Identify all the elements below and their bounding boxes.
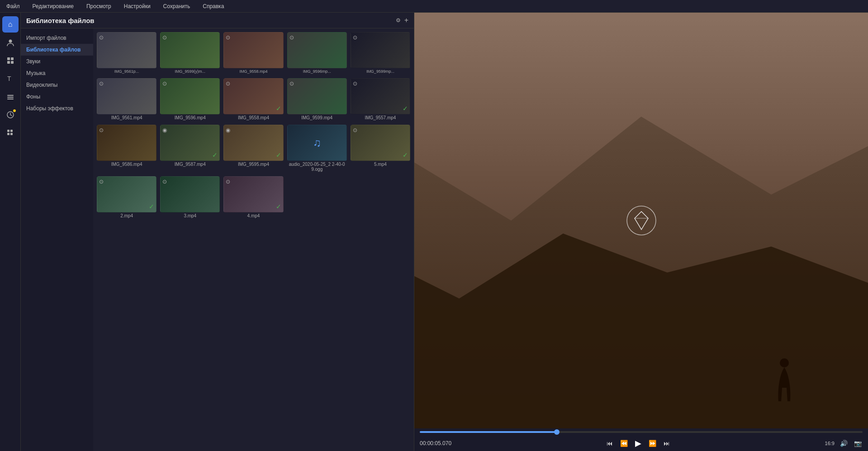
list-item[interactable]: ◉ ✓ IMG_9595.mp4 xyxy=(223,125,283,173)
step-back-btn[interactable]: ⏪ xyxy=(619,439,629,448)
skip-to-start-btn[interactable]: ⏮ xyxy=(606,439,614,448)
sidebar-grid-btn[interactable] xyxy=(2,52,19,69)
video-background xyxy=(414,13,868,428)
file-name: audio_2020-05-25_2 2-40-09.ogg xyxy=(287,161,347,173)
svg-rect-13 xyxy=(10,133,13,135)
volume-btn[interactable]: 🔊 xyxy=(839,439,849,448)
preview-video xyxy=(414,13,868,428)
list-item[interactable]: ♫ audio_2020-05-25_2 2-40-09.ogg xyxy=(287,125,347,173)
menu-file[interactable]: Файл xyxy=(4,2,23,10)
list-item[interactable]: ⊙ IMG_9599(y)m... xyxy=(160,32,220,75)
nav-sounds[interactable]: Звуки xyxy=(21,56,93,67)
file-grid-area: Импорт файлов Библиотека файлов Звуки Му… xyxy=(21,28,414,451)
list-item[interactable]: ⊙ IMG_9561p... xyxy=(97,32,157,75)
menu-edit[interactable]: Редактирование xyxy=(30,2,76,10)
screenshot-btn[interactable]: 📷 xyxy=(853,439,863,448)
file-name: IMG_9595.mp4 xyxy=(223,161,283,168)
list-item[interactable]: ⊙ IMG_9561.mp4 xyxy=(97,78,157,121)
check-icon: ✓ xyxy=(212,151,218,159)
nav-videoclips[interactable]: Видеоклипы xyxy=(21,79,93,91)
list-item[interactable]: ⊙ ✓ IMG_9557.mp4 xyxy=(351,78,410,121)
list-item[interactable]: ⊙ IMG_9596.mp4 xyxy=(160,78,220,121)
check-icon: ✓ xyxy=(403,105,408,112)
step-forward-btn[interactable]: ⏩ xyxy=(648,439,657,448)
svg-rect-3 xyxy=(7,61,10,64)
play-circle-icon: ⊙ xyxy=(162,179,167,185)
menu-save[interactable]: Сохранить xyxy=(161,2,193,10)
file-grid: ⊙ IMG_9561p... ⊙ IMG_9599(y)m... ⊙ IMG_9… xyxy=(93,28,414,451)
play-pause-btn[interactable]: ▶ xyxy=(634,437,642,449)
file-name: IMG_9596mp... xyxy=(287,68,347,75)
add-file-btn[interactable]: + xyxy=(404,16,408,24)
nav-backgrounds[interactable]: Фоны xyxy=(21,91,93,103)
list-item[interactable]: ⊙ ✓ 5.mp4 xyxy=(351,125,410,173)
check-icon: ✓ xyxy=(149,203,154,210)
list-item[interactable]: ⊙ IMG_9596mp... xyxy=(287,32,347,75)
menu-settings[interactable]: Настройки xyxy=(121,2,153,10)
file-panel: Библиотека файлов ⚙ + Импорт файлов Библ… xyxy=(21,13,414,451)
list-item[interactable]: ⊙ IMG_9599.mp4 xyxy=(287,78,347,121)
svg-rect-7 xyxy=(7,97,14,98)
play-circle-icon: ⊙ xyxy=(99,34,104,41)
svg-rect-4 xyxy=(11,61,14,64)
file-name: IMG_9596.mp4 xyxy=(160,114,220,121)
progress-fill xyxy=(420,431,557,433)
play-circle-icon: ⊙ xyxy=(226,179,230,185)
svg-rect-2 xyxy=(11,57,14,60)
sidebar-text-btn[interactable]: T xyxy=(2,70,19,87)
list-item[interactable]: ◉ ✓ IMG_9587.mp4 xyxy=(160,125,220,173)
list-item[interactable]: ⊙ ✓ IMG_9558.mp4 xyxy=(223,78,283,121)
file-panel-actions: ⚙ + xyxy=(396,16,408,24)
svg-marker-16 xyxy=(635,211,648,230)
file-name: 5.mp4 xyxy=(351,161,410,168)
list-item[interactable]: ⊙ IMG_9599mp... xyxy=(351,32,410,75)
list-item[interactable]: ⊙ IMG_9586.mp4 xyxy=(97,125,157,173)
menu-help[interactable]: Справка xyxy=(200,2,227,10)
list-item[interactable]: ⊙ ✓ 4.mp4 xyxy=(223,176,283,219)
sidebar-layers-btn[interactable] xyxy=(2,89,19,105)
list-item[interactable]: ⊙ 3.mp4 xyxy=(160,176,220,219)
preview-controls xyxy=(414,428,868,436)
play-circle-icon: ⊙ xyxy=(99,80,104,87)
filter-icon[interactable]: ⚙ xyxy=(396,17,401,23)
nav-effect-packs[interactable]: Наборы эффектов xyxy=(21,103,93,114)
nav-music[interactable]: Музыка xyxy=(21,67,93,79)
list-item[interactable]: ⊙ IMG_9558.mp4 xyxy=(223,32,283,75)
svg-rect-12 xyxy=(7,133,9,135)
check-icon: ✓ xyxy=(276,105,281,112)
nav-library[interactable]: Библиотека файлов xyxy=(21,44,93,56)
nav-import[interactable]: Импорт файлов xyxy=(21,32,93,44)
svg-point-15 xyxy=(627,206,656,235)
list-item[interactable]: ⊙ ✓ 2.mp4 xyxy=(97,176,157,219)
sidebar-person-btn[interactable] xyxy=(2,34,19,51)
aspect-ratio-btn[interactable]: 16:9 xyxy=(825,441,835,446)
check-icon: ✓ xyxy=(403,151,408,159)
file-name: IMG_9561.mp4 xyxy=(97,114,157,121)
file-name: IMG_9557.mp4 xyxy=(351,114,410,121)
play-circle-icon: ◉ xyxy=(162,127,167,133)
file-name: 2.mp4 xyxy=(97,212,157,219)
play-circle-icon: ⊙ xyxy=(162,80,167,87)
play-circle-icon: ⊙ xyxy=(289,34,294,41)
check-icon: ✓ xyxy=(276,151,281,159)
sidebar-home-btn[interactable]: ⌂ xyxy=(2,16,19,33)
sidebar-apps-btn[interactable] xyxy=(2,125,19,141)
svg-rect-6 xyxy=(7,95,14,96)
file-name: IMG_9558.mp4 xyxy=(223,114,283,121)
svg-point-0 xyxy=(9,40,12,43)
skip-to-end-btn[interactable]: ⏭ xyxy=(663,439,671,448)
play-circle-icon: ⊙ xyxy=(162,34,167,41)
playback-controls: 00:00:05.070 ⏮ ⏪ ▶ ⏩ ⏭ 16:9 🔊 📷 xyxy=(414,436,868,451)
file-name: IMG_9558.mp4 xyxy=(223,68,283,75)
left-nav: Импорт файлов Библиотека файлов Звуки Му… xyxy=(21,28,93,451)
sidebar-clock-btn[interactable] xyxy=(2,107,19,123)
play-circle-icon: ⊙ xyxy=(226,34,230,41)
file-name: IMG_9587.mp4 xyxy=(160,161,220,168)
file-name: IMG_9599mp... xyxy=(351,68,410,75)
file-panel-header: Библиотека файлов ⚙ + xyxy=(21,13,414,28)
play-circle-icon: ⊙ xyxy=(226,80,230,87)
preview-progress-bar[interactable] xyxy=(420,431,863,433)
menu-view[interactable]: Просмотр xyxy=(84,2,114,10)
preview-panel: 00:00:05.070 ⏮ ⏪ ▶ ⏩ ⏭ 16:9 🔊 📷 xyxy=(414,13,868,451)
progress-thumb xyxy=(554,429,560,435)
